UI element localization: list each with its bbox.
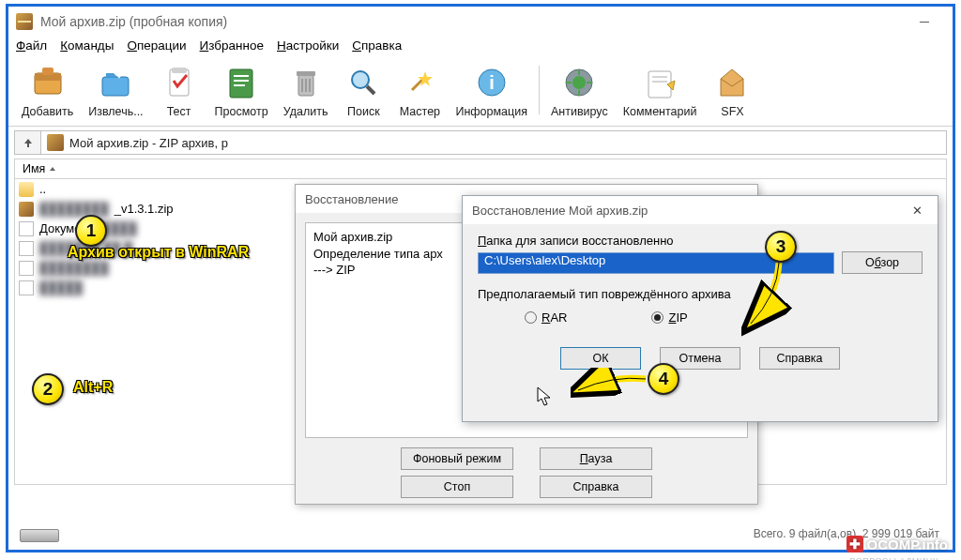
delete-button[interactable]: Удалить xyxy=(276,60,336,120)
watermark-icon: ✚ xyxy=(847,536,863,552)
sort-icon xyxy=(49,165,56,173)
menu-file[interactable]: Файл xyxy=(16,38,47,53)
zip-radio[interactable]: ZIP xyxy=(651,310,687,325)
menu-operations[interactable]: Операции xyxy=(127,38,186,53)
col-name: Имя xyxy=(23,162,45,175)
menu-help[interactable]: Справка xyxy=(352,38,402,53)
archive-icon xyxy=(47,134,64,151)
svg-rect-2 xyxy=(42,68,53,75)
anno-text-1: Архив открыт в WinRAR xyxy=(68,244,249,261)
svg-rect-5 xyxy=(172,68,187,73)
extract-icon xyxy=(95,62,136,103)
statusbar: Всего. 9 файл(а,ов), 2 999 019 байт xyxy=(14,523,947,544)
window-title: Мой архив.zip (пробная копия) xyxy=(40,14,227,29)
badge-3: 3 xyxy=(765,231,797,263)
arrow-4 xyxy=(571,368,655,405)
svg-line-16 xyxy=(367,86,374,94)
mouse-cursor xyxy=(537,386,554,407)
watermark-subtitle: ВОПРОСЫ АДМИНУ xyxy=(849,556,938,560)
hw-indicator xyxy=(20,529,59,542)
zip-icon xyxy=(19,202,34,217)
test-button[interactable]: Тест xyxy=(151,60,207,120)
sfx-button[interactable]: SFX xyxy=(704,60,760,120)
doc-icon xyxy=(19,261,34,276)
folder-label: Папка для записи восстановленно xyxy=(478,234,923,248)
antivirus-icon xyxy=(558,62,600,103)
svg-rect-7 xyxy=(234,75,249,77)
doc-icon xyxy=(19,280,34,295)
menubar: Файл Команды Операции Избранное Настройк… xyxy=(8,37,953,56)
folder-icon xyxy=(19,182,34,197)
svg-rect-9 xyxy=(234,84,245,86)
help-button[interactable]: Справка xyxy=(759,347,840,370)
wizard-button[interactable]: Мастер xyxy=(391,60,448,120)
dialog-title: Восстановление Мой архив.zip xyxy=(472,204,648,218)
doc-icon xyxy=(19,241,34,256)
add-button[interactable]: Добавить xyxy=(14,60,81,120)
menu-settings[interactable]: Настройки xyxy=(277,38,339,53)
test-icon xyxy=(159,62,200,103)
menu-favorites[interactable]: Избранное xyxy=(200,38,264,53)
close-button[interactable]: ✕ xyxy=(906,204,928,218)
menu-commands[interactable]: Команды xyxy=(60,38,114,53)
up-button[interactable] xyxy=(15,131,41,154)
arrow-3 xyxy=(741,258,798,342)
antivirus-button[interactable]: Антивирус xyxy=(543,60,616,120)
badge-2: 2 xyxy=(32,373,64,405)
toolbar: Добавить Извлечь... Тест Просмотр Удалит… xyxy=(8,56,953,127)
find-button[interactable]: Поиск xyxy=(335,60,391,120)
browse-button[interactable]: Обзор xyxy=(842,251,923,274)
column-header[interactable]: Имя xyxy=(14,159,947,179)
svg-rect-3 xyxy=(102,77,129,96)
winrar-icon xyxy=(16,13,33,30)
view-icon xyxy=(221,62,262,103)
minimize-button[interactable]: ─ xyxy=(904,8,945,36)
type-label: Предполагаемый тип повреждённого aрхива xyxy=(478,287,923,301)
svg-rect-11 xyxy=(297,71,315,76)
titlebar: Мой архив.zip (пробная копия) ─ xyxy=(8,7,953,37)
stop-button[interactable]: Стоп xyxy=(401,476,513,498)
svg-rect-6 xyxy=(230,69,252,98)
svg-point-21 xyxy=(572,76,586,89)
info-icon: i xyxy=(471,62,512,103)
ok-button[interactable]: ОК xyxy=(560,347,641,370)
pause-button[interactable]: Пауза xyxy=(540,447,652,470)
address-bar[interactable]: Мой архив.zip - ZIP архив, р xyxy=(14,130,947,155)
extract-button[interactable]: Извлечь... xyxy=(81,60,150,120)
add-icon xyxy=(27,62,69,103)
svg-text:i: i xyxy=(489,72,495,93)
address-path: Мой архив.zip - ZIP архив, р xyxy=(69,136,228,150)
svg-rect-8 xyxy=(234,80,249,82)
help-button[interactable]: Справка xyxy=(540,476,652,498)
view-button[interactable]: Просмотр xyxy=(207,60,276,120)
comment-button[interactable]: Комментарий xyxy=(616,60,705,120)
info-button[interactable]: i Информация xyxy=(448,60,535,120)
badge-4: 4 xyxy=(648,363,679,395)
svg-point-15 xyxy=(352,71,369,88)
repair-dialog: Восстановление Мой архив.zip ✕ Папка для… xyxy=(462,195,938,422)
watermark: ✚ OCOMP.info xyxy=(847,536,948,552)
find-icon xyxy=(343,62,384,103)
doc-icon xyxy=(19,221,34,236)
anno-text-2: Alt+R xyxy=(73,379,113,396)
background-button[interactable]: Фоновый режим xyxy=(401,447,513,470)
rar-radio[interactable]: RAR xyxy=(525,310,567,325)
delete-icon xyxy=(285,62,327,103)
comment-icon xyxy=(639,62,680,103)
sfx-icon xyxy=(711,62,753,103)
badge-1: 1 xyxy=(75,215,107,247)
wizard-icon xyxy=(399,62,440,103)
